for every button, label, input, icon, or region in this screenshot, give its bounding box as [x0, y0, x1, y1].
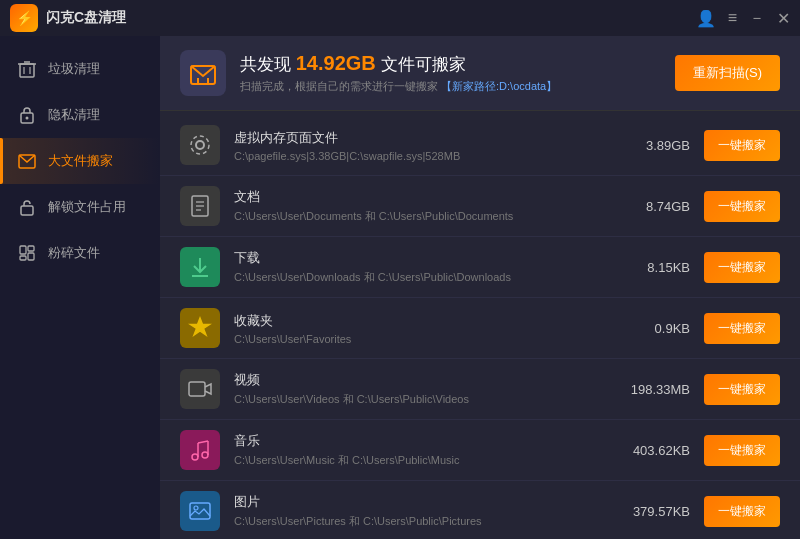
svg-point-6: [26, 117, 29, 120]
window-controls: 👤 ≡ － ✕: [696, 8, 790, 29]
svg-point-18: [191, 136, 209, 154]
file-item: 收藏夹 C:\Users\User\Favorites 0.9KB 一键搬家: [160, 298, 800, 359]
svg-rect-24: [189, 382, 205, 396]
content-header: 共发现 14.92GB 文件可搬家 扫描完成，根据自己的需求进行一键搬家 【新家…: [160, 36, 800, 111]
minimize-icon[interactable]: －: [749, 8, 765, 29]
move-button[interactable]: 一键搬家: [704, 130, 780, 161]
svg-line-29: [198, 441, 208, 443]
svg-rect-30: [190, 503, 210, 519]
sidebar-label-fragment: 粉碎文件: [48, 244, 100, 262]
svg-rect-10: [28, 246, 34, 251]
header-left: 共发现 14.92GB 文件可搬家 扫描完成，根据自己的需求进行一键搬家 【新家…: [180, 50, 557, 96]
file-item-name: 视频: [234, 371, 596, 389]
privacy-icon: [16, 104, 38, 126]
move-button[interactable]: 一键搬家: [704, 374, 780, 405]
header-icon-box: [180, 50, 226, 96]
file-item-path: C:\Users\User\Pictures 和 C:\Users\Public…: [234, 514, 596, 529]
file-item: 视频 C:\Users\User\Videos 和 C:\Users\Publi…: [160, 359, 800, 420]
sidebar-label-unlock: 解锁文件占用: [48, 198, 126, 216]
file-item-info: 下载 C:\Users\User\Downloads 和 C:\Users\Pu…: [234, 249, 596, 285]
move-button[interactable]: 一键搬家: [704, 313, 780, 344]
file-item-size: 198.33MB: [610, 382, 690, 397]
svg-point-31: [194, 506, 198, 510]
menu-icon[interactable]: ≡: [728, 9, 737, 27]
file-icon: [180, 125, 220, 165]
svg-rect-9: [20, 246, 26, 254]
file-item-info: 虚拟内存页面文件 C:\pagefile.sys|3.38GB|C:\swapf…: [234, 129, 596, 162]
file-item: 下载 C:\Users\User\Downloads 和 C:\Users\Pu…: [160, 237, 800, 298]
file-list: 虚拟内存页面文件 C:\pagefile.sys|3.38GB|C:\swapf…: [160, 111, 800, 539]
header-title-suffix: 文件可搬家: [376, 55, 466, 74]
header-subtitle: 扫描完成，根据自己的需求进行一键搬家 【新家路径:D:\ocdata】: [240, 79, 557, 94]
file-item-size: 8.15KB: [610, 260, 690, 275]
file-item: 虚拟内存页面文件 C:\pagefile.sys|3.38GB|C:\swapf…: [160, 115, 800, 176]
trash-icon: [16, 58, 38, 80]
file-item-size: 379.57KB: [610, 504, 690, 519]
file-item-size: 0.9KB: [610, 321, 690, 336]
file-icon: [180, 247, 220, 287]
sidebar-item-trash[interactable]: 垃圾清理: [0, 46, 160, 92]
sidebar-item-bigfile[interactable]: 大文件搬家: [0, 138, 160, 184]
sidebar-item-fragment[interactable]: 粉碎文件: [0, 230, 160, 276]
file-item-size: 3.89GB: [610, 138, 690, 153]
move-button[interactable]: 一键搬家: [704, 496, 780, 527]
header-text: 共发现 14.92GB 文件可搬家 扫描完成，根据自己的需求进行一键搬家 【新家…: [240, 52, 557, 94]
file-item-size: 8.74GB: [610, 199, 690, 214]
file-item-path: C:\pagefile.sys|3.38GB|C:\swapfile.sys|5…: [234, 150, 596, 162]
header-title-prefix: 共发现: [240, 55, 296, 74]
file-icon: [180, 186, 220, 226]
file-icon: [180, 491, 220, 531]
file-item-size: 403.62KB: [610, 443, 690, 458]
bigfile-icon: [16, 150, 38, 172]
file-item-path: C:\Users\User\Music 和 C:\Users\Public\Mu…: [234, 453, 596, 468]
svg-point-26: [202, 452, 208, 458]
app-logo: ⚡: [10, 4, 38, 32]
file-item-info: 图片 C:\Users\User\Pictures 和 C:\Users\Pub…: [234, 493, 596, 529]
unlock-icon: [16, 196, 38, 218]
move-button[interactable]: 一键搬家: [704, 191, 780, 222]
svg-rect-8: [21, 206, 33, 215]
file-item-name: 文档: [234, 188, 596, 206]
file-item-info: 视频 C:\Users\User\Videos 和 C:\Users\Publi…: [234, 371, 596, 407]
sidebar-label-trash: 垃圾清理: [48, 60, 100, 78]
file-item-path: C:\Users\User\Favorites: [234, 333, 596, 345]
file-item: 图片 C:\Users\User\Pictures 和 C:\Users\Pub…: [160, 481, 800, 539]
file-icon: [180, 369, 220, 409]
header-title-size: 14.92GB: [296, 52, 376, 74]
close-icon[interactable]: ✕: [777, 9, 790, 28]
main-layout: 垃圾清理 隐私清理 大文件搬家: [0, 36, 800, 539]
title-bar-left: ⚡ 闪克C盘清理: [10, 4, 126, 32]
move-house-icon: [188, 58, 218, 88]
title-bar: ⚡ 闪克C盘清理 👤 ≡ － ✕: [0, 0, 800, 36]
file-item-name: 收藏夹: [234, 312, 596, 330]
move-button[interactable]: 一键搬家: [704, 252, 780, 283]
file-item-path: C:\Users\User\Documents 和 C:\Users\Publi…: [234, 209, 596, 224]
sidebar: 垃圾清理 隐私清理 大文件搬家: [0, 36, 160, 539]
file-item-info: 收藏夹 C:\Users\User\Favorites: [234, 312, 596, 345]
content-area: 共发现 14.92GB 文件可搬家 扫描完成，根据自己的需求进行一键搬家 【新家…: [160, 36, 800, 539]
svg-rect-0: [20, 64, 34, 77]
header-title: 共发现 14.92GB 文件可搬家: [240, 52, 557, 76]
file-item-name: 图片: [234, 493, 596, 511]
sidebar-label-privacy: 隐私清理: [48, 106, 100, 124]
file-icon: [180, 430, 220, 470]
app-title: 闪克C盘清理: [46, 9, 126, 27]
file-item-name: 下载: [234, 249, 596, 267]
file-item-info: 音乐 C:\Users\User\Music 和 C:\Users\Public…: [234, 432, 596, 468]
file-icon: [180, 308, 220, 348]
file-item: 音乐 C:\Users\User\Music 和 C:\Users\Public…: [160, 420, 800, 481]
svg-point-25: [192, 454, 198, 460]
move-button[interactable]: 一键搬家: [704, 435, 780, 466]
sidebar-item-unlock[interactable]: 解锁文件占用: [0, 184, 160, 230]
file-item-name: 虚拟内存页面文件: [234, 129, 596, 147]
sidebar-item-privacy[interactable]: 隐私清理: [0, 92, 160, 138]
sidebar-label-bigfile: 大文件搬家: [48, 152, 113, 170]
file-item-path: C:\Users\User\Downloads 和 C:\Users\Publi…: [234, 270, 596, 285]
rescan-button[interactable]: 重新扫描(S): [675, 55, 780, 91]
fragment-icon: [16, 242, 38, 264]
file-item-info: 文档 C:\Users\User\Documents 和 C:\Users\Pu…: [234, 188, 596, 224]
file-item-name: 音乐: [234, 432, 596, 450]
file-item-path: C:\Users\User\Videos 和 C:\Users\Public\V…: [234, 392, 596, 407]
user-icon[interactable]: 👤: [696, 9, 716, 28]
svg-rect-12: [28, 253, 34, 260]
